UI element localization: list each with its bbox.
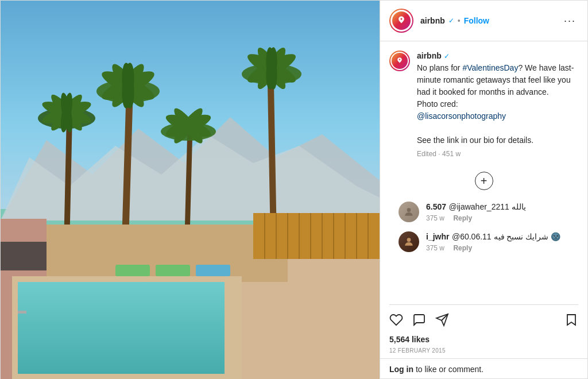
comment-icon (412, 313, 426, 327)
comment-row: 6.507 @ijawaher_2211 يالله 375 w Reply (389, 197, 578, 227)
caption-text-area: airbnb✓ No plans for #ValentinesDay? We … (417, 51, 578, 158)
share-icon (435, 313, 449, 327)
header-username-area: airbnb ✓ • Follow (420, 16, 562, 25)
post-right-panel: airbnb ✓ • Follow ··· (380, 1, 587, 379)
load-more-area: + (389, 165, 578, 197)
caption-photo-cred-label: Photo cred: (417, 99, 458, 109)
share-button[interactable] (435, 311, 454, 329)
caption-meta: Edited · 451 w (417, 150, 578, 158)
post-container: airbnb ✓ • Follow ··· (0, 0, 588, 379)
svg-marker-58 (567, 315, 575, 325)
comment-meta-1: 375 w Reply (426, 214, 569, 222)
comment-button[interactable] (412, 311, 431, 329)
svg-rect-51 (115, 265, 150, 276)
comment-text-2: @60.06.11 شرايك نسبح فيه 🌚 (452, 232, 560, 241)
comment-reply-1[interactable]: Reply (453, 214, 472, 222)
comment-reply-2[interactable]: Reply (453, 244, 472, 252)
comment-time-2: 375 w (426, 244, 444, 252)
header-verified-badge: ✓ (448, 17, 454, 25)
heart-icon (389, 313, 403, 327)
post-actions (380, 305, 587, 335)
comment-time-1: 375 w (426, 214, 444, 222)
svg-rect-46 (1, 242, 47, 270)
caption-user-row: airbnb✓ No plans for #ValentinesDay? We … (389, 51, 578, 158)
caption-verified: ✓ (444, 52, 450, 60)
load-more-button[interactable]: + (475, 172, 493, 190)
caption-text-1: No plans for (417, 63, 462, 72)
post-image (1, 1, 380, 379)
comment-avatar-1 (399, 202, 419, 222)
save-button[interactable] (564, 311, 578, 329)
comment-text-1: @ijawaher_2211 يالله (449, 202, 526, 211)
comment-avatar-2 (399, 231, 419, 252)
follow-button[interactable]: Follow (464, 16, 489, 25)
bookmark-icon (564, 313, 578, 327)
svg-point-55 (407, 238, 411, 242)
comment-username-2[interactable]: i_jwhr (426, 232, 449, 241)
header-username[interactable]: airbnb (420, 16, 445, 25)
svg-rect-50 (18, 311, 26, 314)
svg-rect-49 (18, 282, 225, 374)
caption-hashtag[interactable]: #ValentinesDay (462, 63, 518, 72)
svg-point-54 (407, 208, 411, 212)
caption-avatar-logo (392, 53, 408, 69)
svg-rect-53 (196, 265, 230, 276)
more-options-button[interactable]: ··· (562, 15, 578, 27)
post-login-footer: Log in to like or comment. (380, 358, 587, 379)
comment-content-2: i_jwhr @60.06.11 شرايك نسبح فيه 🌚 375 w … (426, 231, 569, 252)
comment-content-1: 6.507 @ijawaher_2211 يالله 375 w Reply (426, 202, 569, 222)
caption-body: No plans for #ValentinesDay? We have las… (417, 62, 578, 146)
post-likes: 5,564 likes (380, 335, 587, 346)
svg-rect-35 (253, 213, 380, 259)
post-header: airbnb ✓ • Follow ··· (380, 1, 587, 41)
caption-bio-text: See the link in our bio for details. (417, 136, 533, 145)
caption-username[interactable]: airbnb (417, 51, 442, 60)
header-avatar[interactable] (389, 9, 413, 33)
login-link[interactable]: Log in (389, 365, 413, 374)
caption-avatar[interactable] (389, 51, 410, 71)
post-caption-area: airbnb✓ No plans for #ValentinesDay? We … (380, 41, 587, 304)
like-button[interactable] (389, 311, 408, 329)
palm-trees (1, 1, 380, 379)
post-date: 12 February 2015 (380, 346, 587, 358)
comment-username-1[interactable]: 6.507 (426, 202, 446, 211)
header-dot: • (458, 16, 461, 25)
comment-row-2: i_jwhr @60.06.11 شرايك نسبح فيه 🌚 375 w … (389, 227, 578, 257)
comment-meta-2: 375 w Reply (426, 244, 569, 252)
footer-text: to like or comment. (413, 365, 483, 374)
svg-rect-52 (156, 265, 190, 276)
header-avatar-logo (392, 11, 411, 30)
caption-mention[interactable]: @lisacorsonphotography (417, 111, 506, 121)
